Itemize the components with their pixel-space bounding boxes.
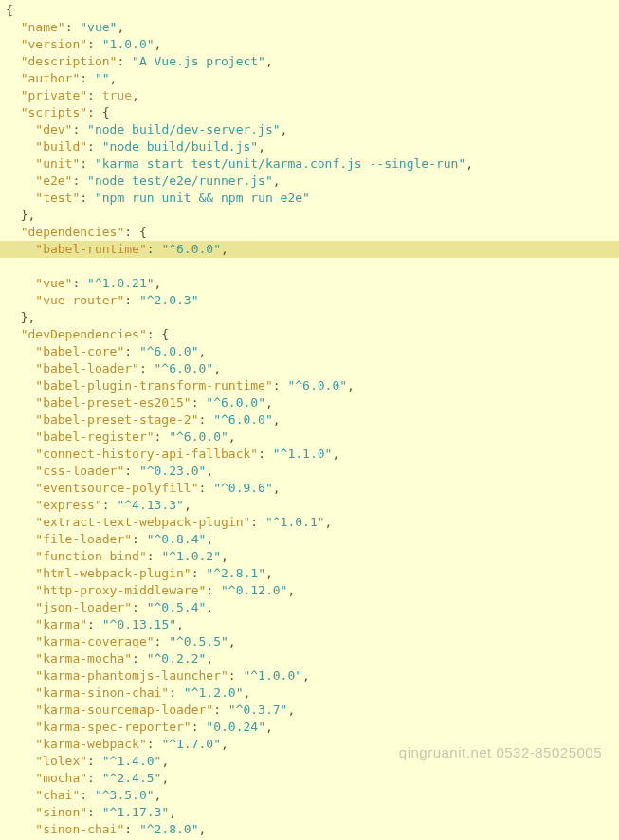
code-block: { "name": "vue", "version": "1.0.0", "de… xyxy=(6,2,613,840)
